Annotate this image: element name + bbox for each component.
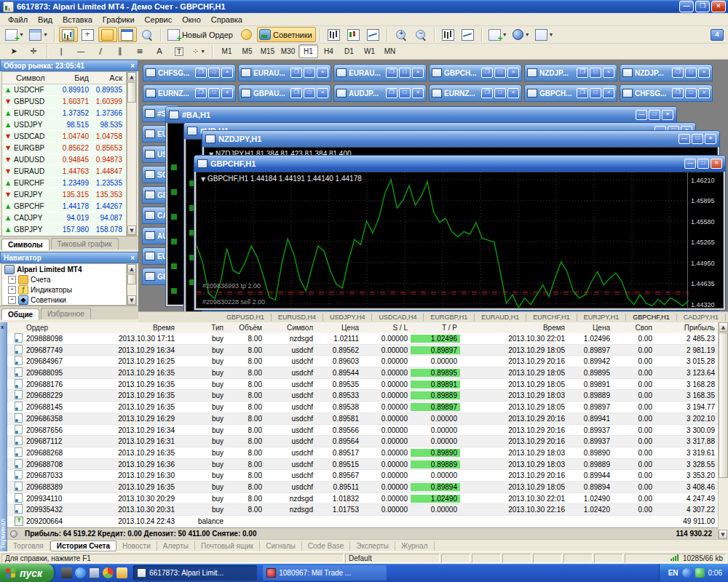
navigator-tab-общие[interactable]: Общие (1, 308, 39, 320)
maximize-icon[interactable]: □ (685, 88, 697, 98)
minimized-chart-window[interactable]: CHFSG...❐□× (143, 64, 236, 81)
column-bid[interactable]: Бид (58, 73, 91, 82)
data-window-button[interactable] (79, 27, 98, 42)
maximize-icon[interactable]: □ (685, 68, 697, 78)
start-button[interactable]: пуск (0, 564, 54, 582)
maximize-icon[interactable]: □ (590, 88, 601, 98)
maximize-icon[interactable]: □ (494, 88, 506, 98)
expand-icon[interactable]: + (8, 276, 16, 284)
restore-icon[interactable]: ❐ (481, 68, 493, 78)
trendline-tool[interactable]: ∕ (91, 44, 110, 59)
timeframe-m30[interactable]: M30 (278, 44, 298, 58)
tray-status-icon[interactable] (695, 568, 705, 578)
close-icon[interactable]: × (412, 88, 424, 98)
navigator-close-icon[interactable]: × (130, 254, 135, 262)
history-row[interactable]: 2096870332013.10.29 16:30buy8.00usdchf0.… (7, 470, 718, 482)
chart-window-nzdjpy-titlebar[interactable]: NZDJPY,H1 — □ × (202, 131, 719, 147)
column-header-1[interactable]: Время (80, 324, 178, 332)
chart-tab-eurgbp-h1[interactable]: EURGBP,H1 (424, 314, 475, 321)
zoom-in-button[interactable] (392, 27, 411, 42)
navigator-item-индикаторы[interactable]: +ƒИндикаторы (2, 284, 126, 295)
channel-tool[interactable]: ∥ (111, 44, 130, 59)
vertical-line-tool[interactable]: | (52, 44, 71, 59)
market-watch-row[interactable]: ▲USDJPY98.51598.535 (2, 119, 126, 131)
chart-tab-eurusd-h4[interactable]: EURUSD,H4 (272, 314, 323, 321)
cursor-tool[interactable]: ➤ (4, 44, 23, 59)
maximize-icon[interactable]: □ (399, 88, 411, 98)
restore-icon[interactable]: ❐ (386, 88, 397, 98)
history-row[interactable]: 2096863582013.10.29 16:29buy8.00usdchf0.… (7, 413, 718, 425)
terminal-tab-почтовый-ящик[interactable]: Почтовый ящик (195, 541, 260, 551)
history-row[interactable]: 2099341102013.10.30 20:29buy8.00nzdsgd1.… (7, 493, 718, 505)
market-watch-row[interactable]: ▲GBPJPY157.980158.078 (2, 224, 126, 236)
periods-button[interactable]: ▼ (510, 27, 532, 42)
column-header-6[interactable]: S / L (362, 324, 411, 332)
maximize-icon[interactable]: □ (304, 68, 315, 78)
terminal-toggle[interactable] (118, 27, 137, 42)
chart-tab-eurchf-h1[interactable]: EURCHF,H1 (526, 314, 577, 321)
minimized-chart-window[interactable]: EURNZ...❐□× (143, 84, 236, 102)
history-row[interactable]: 2096887082013.10.29 16:36buy8.00usdchf0.… (7, 459, 718, 471)
language-indicator[interactable]: EN (668, 569, 678, 577)
menu-item-вид[interactable]: Вид (33, 14, 58, 25)
chart-window-ba-titlebar[interactable]: #BA,H1 — □ × (166, 107, 676, 123)
column-header-9[interactable]: Цена (568, 324, 613, 332)
history-row[interactable]: 2096882682013.10.29 16:35buy8.00usdchf0.… (7, 447, 718, 459)
browser-icon[interactable] (75, 567, 86, 578)
timeframe-m5[interactable]: M5 (237, 44, 257, 58)
terminal-close-icon[interactable]: x (1, 324, 4, 330)
minimized-chart-window[interactable]: EURAU...❐□× (333, 64, 427, 81)
profiles-button[interactable]: ▼ (27, 27, 50, 42)
close-icon[interactable]: × (412, 68, 424, 78)
new-order-button[interactable]: Новый Ордер (165, 27, 237, 42)
maximize-icon[interactable]: □ (208, 88, 220, 98)
timeframe-w1[interactable]: W1 (360, 44, 379, 58)
chart-tab-eurjpy-h1[interactable]: EURJPY,H1 (577, 314, 626, 321)
history-row[interactable]: 2096877492013.10.29 16:34buy8.00usdchf0.… (7, 345, 718, 356)
tray-app-icon[interactable] (682, 568, 692, 578)
restore-icon[interactable]: ❐ (672, 68, 684, 78)
market-watch-row[interactable]: ▲EURUSD1.373521.37366 (2, 108, 126, 119)
horizontal-line-tool[interactable]: — (71, 44, 90, 59)
close-icon[interactable]: × (698, 68, 710, 78)
navigator-toggle[interactable] (98, 27, 117, 42)
market-watch-close-icon[interactable]: × (130, 62, 135, 70)
history-row[interactable]: 2096883892013.10.29 16:35buy8.00usdchf0.… (7, 482, 718, 493)
close-button[interactable]: × (711, 1, 726, 12)
close-icon[interactable]: × (221, 88, 233, 98)
column-header-11[interactable]: Прибыль (655, 324, 718, 332)
expand-icon[interactable]: + (8, 286, 16, 294)
gbpchf-chart-body[interactable]: ▼ GBPCHF,H1 1.44184 1.44191 1.44140 1.44… (196, 172, 724, 308)
market-watch-row[interactable]: ▲CADJPY94.01994.087 (2, 212, 126, 224)
close-icon[interactable]: × (317, 88, 328, 98)
column-symbol[interactable]: Символ (14, 73, 58, 82)
restore-icon[interactable]: ❐ (672, 88, 684, 98)
terminal-tab-журнал[interactable]: Журнал (395, 541, 435, 551)
taskbar-task-1[interactable]: 1080967: Mill Trade ... (263, 565, 387, 581)
menu-item-графики[interactable]: Графики (98, 14, 140, 25)
history-row[interactable]: 2096880952013.10.29 16:35buy8.00usdchf0.… (7, 367, 718, 379)
close-icon[interactable]: × (603, 68, 614, 78)
notification-badge[interactable]: 4 (711, 29, 724, 41)
minimized-chart-window[interactable]: EURAU...❐□× (238, 64, 331, 81)
market-watch-row[interactable]: ▲EURCHF1.234991.23535 (2, 178, 126, 189)
desktop-icon[interactable] (61, 567, 72, 578)
minimized-chart-window[interactable]: GBPCH...❐□× (524, 84, 617, 102)
chart-tab-usdjpy-h4[interactable]: USDJPY,H4 (323, 314, 372, 321)
timeframe-m15[interactable]: M15 (258, 44, 277, 58)
restore-icon[interactable]: ❐ (577, 88, 588, 98)
market-watch-row[interactable]: ▼USDCAD1.047401.04758 (2, 131, 126, 143)
maximize-icon[interactable]: □ (399, 68, 411, 78)
maximize-icon[interactable]: □ (590, 68, 601, 78)
terminal-tab-новости[interactable]: Новости (116, 541, 157, 551)
crosshair-tool[interactable]: ✛ (24, 44, 43, 59)
market-watch-row[interactable]: ▼EURAUD1.447631.44847 (2, 166, 126, 178)
minimized-chart-window[interactable]: NZDJP...❐□× (524, 64, 617, 81)
column-header-7[interactable]: T / P (411, 324, 460, 332)
terminal-tab-история-счета[interactable]: История Счета (50, 541, 116, 551)
history-row[interactable]: 2096871122013.10.29 16:31buy8.00usdchf0.… (7, 436, 718, 447)
market-watch-toggle[interactable] (59, 27, 78, 42)
gbpchf-chart-plot[interactable]: ▼ GBPCHF,H1 1.44184 1.44191 1.44140 1.44… (197, 172, 687, 308)
balance-row[interactable]: ↑2092006642013.10.24 22:43balance49 911.… (7, 516, 718, 527)
column-ask[interactable]: Аск (91, 73, 124, 82)
